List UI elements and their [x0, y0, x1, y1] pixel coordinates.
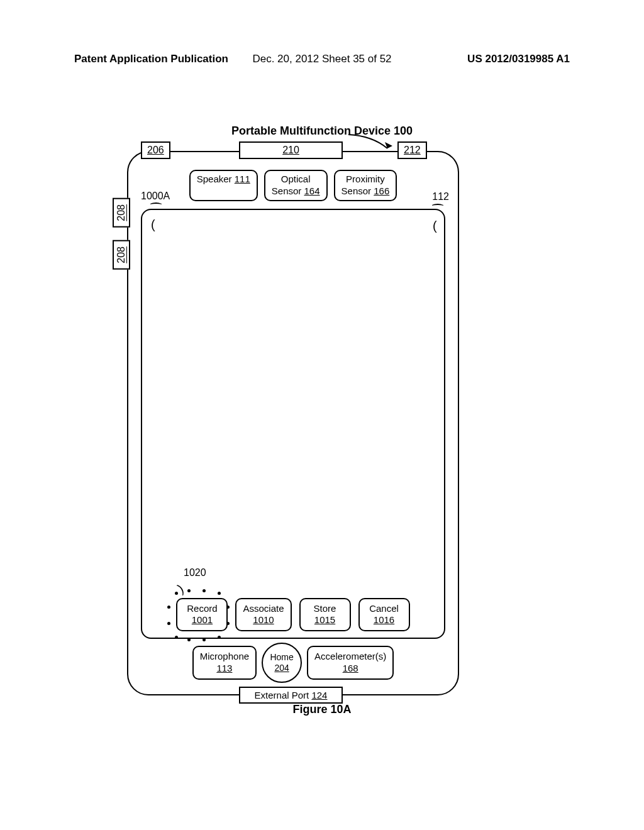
optical-line2: Sensor — [272, 185, 302, 196]
touch-screen[interactable]: 1020 ) Record 1001 Associate 1010 — [141, 209, 445, 639]
accelerometer-box: Accelerometer(s) 168 — [307, 646, 394, 680]
patent-figure-page: Patent Application Publication Dec. 20, … — [0, 0, 644, 830]
store-num: 1015 — [314, 614, 335, 625]
proximity-line1: Proximity — [346, 174, 385, 184]
home-button[interactable]: Home 204 — [262, 643, 302, 683]
associate-button[interactable]: Associate 1010 — [235, 598, 291, 632]
external-port-num: 124 — [311, 690, 327, 700]
paren-1020: ) — [175, 582, 186, 596]
record-num: 1001 — [192, 614, 213, 625]
optical-sensor-box: Optical Sensor 164 — [264, 170, 328, 201]
proximity-num: 166 — [374, 185, 389, 196]
callout-112: 112 — [432, 191, 449, 202]
callout-210: 210 — [239, 141, 343, 159]
associate-label: Associate — [243, 603, 284, 614]
accelerometer-num: 168 — [343, 663, 358, 673]
home-num: 204 — [263, 663, 301, 673]
proximity-sensor-box: Proximity Sensor 166 — [334, 170, 397, 201]
hardware-row: Microphone 113 Home 204 Accelerometer(s)… — [128, 643, 458, 683]
speaker-label: Speaker — [197, 174, 232, 184]
store-button[interactable]: Store 1015 — [299, 598, 351, 632]
device-body: Speaker 111 Optical Sensor 164 Proximity… — [127, 151, 459, 695]
proximity-line2: Sensor — [341, 185, 372, 196]
store-label: Store — [314, 603, 336, 614]
sensor-row: Speaker 111 Optical Sensor 164 Proximity… — [128, 170, 458, 201]
record-label: Record — [187, 603, 217, 614]
optical-line1: Optical — [281, 174, 311, 184]
cancel-num: 1016 — [374, 614, 394, 625]
external-port-label: External Port — [255, 690, 309, 700]
callout-206: 206 — [141, 141, 170, 159]
associate-num: 1010 — [253, 614, 274, 625]
microphone-box: Microphone 113 — [192, 646, 257, 680]
ui-button-row: Record 1001 Associate 1010 Store 1015 Ca… — [142, 598, 444, 632]
microphone-label: Microphone — [200, 651, 249, 661]
accelerometer-label: Accelerometer(s) — [314, 651, 386, 661]
header-right-text: US 2012/0319985 A1 — [467, 53, 570, 65]
callout-208-upper: 208 — [113, 198, 130, 228]
cancel-button[interactable]: Cancel 1016 — [358, 598, 410, 632]
record-button[interactable]: Record 1001 — [176, 598, 228, 632]
callout-1020: 1020 — [184, 567, 206, 578]
external-port-box: External Port 124 — [239, 687, 343, 704]
speaker-num: 111 — [235, 174, 250, 184]
figure-title: Portable Multifunction Device 100 — [0, 124, 644, 138]
callout-212: 212 — [397, 141, 427, 159]
home-label: Home — [263, 652, 301, 663]
speaker-box: Speaker 111 — [189, 170, 258, 201]
callout-1000a: 1000A — [141, 191, 170, 202]
cancel-label: Cancel — [369, 603, 399, 614]
header-right: US 2012/0319985 A1 — [0, 53, 644, 65]
optical-num: 164 — [304, 185, 320, 196]
callout-208-lower: 208 — [113, 240, 130, 270]
microphone-num: 113 — [216, 663, 232, 673]
figure-caption: Figure 10A — [0, 703, 644, 716]
